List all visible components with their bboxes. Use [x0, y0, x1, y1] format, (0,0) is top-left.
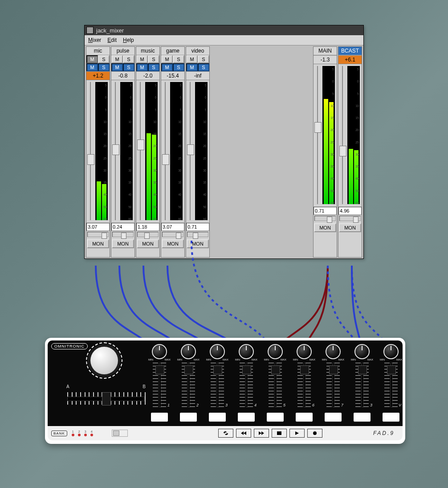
mute-button[interactable]: M [136, 55, 148, 63]
crossfader[interactable]: A B [67, 390, 145, 409]
solo-button[interactable]: S [198, 63, 209, 71]
channel-fader[interactable] [112, 82, 118, 220]
monitor-button[interactable]: MON [137, 239, 159, 248]
channel-fader[interactable] [314, 66, 321, 204]
strip-button[interactable] [267, 413, 284, 422]
window-titlebar[interactable]: jack_mixer [85, 25, 363, 35]
menu-help[interactable]: Help [123, 37, 134, 43]
strip-button[interactable] [180, 413, 197, 422]
hardware-fader[interactable] [267, 363, 284, 407]
channel-name[interactable]: game [161, 47, 184, 55]
monitor-button[interactable]: MON [339, 223, 361, 232]
solo-button[interactable]: S [173, 63, 184, 71]
fader-readout[interactable]: 0.71 [186, 223, 209, 231]
fader-readout[interactable]: 3.07 [161, 223, 184, 231]
solo-button[interactable]: S [173, 55, 184, 63]
solo-button[interactable]: S [198, 55, 209, 63]
rotary-knob[interactable] [181, 344, 196, 359]
jog-wheel[interactable] [90, 347, 118, 374]
mute-button[interactable]: M [86, 55, 98, 63]
rotary-knob[interactable] [210, 344, 225, 359]
rotary-knob[interactable] [297, 344, 312, 359]
gain-readout[interactable]: -2.0 [136, 71, 159, 80]
strip-button[interactable] [383, 413, 399, 422]
solo-button[interactable]: S [123, 63, 134, 71]
gain-readout[interactable]: +1.2 [86, 71, 110, 80]
window-control-icon[interactable] [86, 27, 94, 34]
hardware-fader[interactable] [180, 363, 197, 407]
mute-button[interactable]: M [161, 63, 173, 71]
transport-loop-button[interactable] [218, 429, 233, 438]
hardware-fader[interactable] [209, 363, 226, 407]
mode-switch[interactable] [112, 430, 128, 437]
hardware-fader[interactable] [296, 363, 313, 407]
channel-fader[interactable] [87, 82, 94, 220]
fader-readout[interactable]: 3.07 [86, 223, 110, 231]
hardware-fader[interactable] [354, 363, 371, 407]
strip-button[interactable] [296, 413, 313, 422]
mute-button[interactable]: M [161, 55, 173, 63]
solo-button[interactable]: S [98, 55, 110, 63]
channel-fader[interactable] [339, 66, 346, 204]
rotary-knob[interactable] [239, 344, 254, 359]
rotary-knob[interactable] [383, 344, 399, 359]
monitor-button[interactable]: MON [87, 239, 109, 248]
strip-button[interactable] [238, 413, 255, 422]
mute-button[interactable]: M [186, 55, 198, 63]
transport-ffwd-button[interactable] [254, 429, 269, 438]
channel-fader[interactable] [187, 82, 193, 220]
channel-name[interactable]: MAIN [314, 47, 337, 55]
balance-slider[interactable] [187, 232, 208, 237]
channel-fader[interactable] [137, 82, 143, 220]
transport-rec-button[interactable] [307, 429, 322, 438]
hardware-fader[interactable] [325, 363, 342, 407]
hardware-fader[interactable] [151, 363, 168, 407]
channel-name[interactable]: music [136, 47, 159, 55]
mute-button[interactable]: M [111, 55, 123, 63]
channel-fader[interactable] [162, 82, 168, 220]
solo-button[interactable]: S [148, 63, 159, 71]
monitor-button[interactable]: MON [187, 239, 209, 248]
strip-button[interactable] [209, 413, 226, 422]
transport-stop-button[interactable] [272, 429, 287, 438]
monitor-button[interactable]: MON [162, 239, 184, 248]
strip-button[interactable] [325, 413, 342, 422]
menu-edit[interactable]: Edit [107, 37, 117, 43]
fader-readout[interactable]: 4.96 [338, 207, 362, 215]
transport-play-button[interactable] [289, 429, 305, 438]
rotary-knob[interactable] [326, 344, 341, 359]
gain-readout[interactable]: -15.4 [161, 71, 184, 80]
solo-button[interactable]: S [148, 55, 159, 63]
rotary-knob[interactable] [268, 344, 283, 359]
rotary-knob[interactable] [354, 344, 370, 359]
balance-slider[interactable] [339, 216, 361, 221]
menu-mixer[interactable]: Mixer [88, 37, 101, 43]
mute-button[interactable]: M [186, 63, 198, 71]
solo-button[interactable]: S [98, 63, 110, 71]
fader-readout[interactable]: 1.18 [136, 223, 159, 231]
monitor-button[interactable]: MON [112, 239, 134, 248]
crossfader-cap[interactable] [102, 392, 111, 406]
balance-slider[interactable] [137, 232, 159, 237]
mute-button[interactable]: M [86, 63, 98, 71]
balance-slider[interactable] [87, 232, 109, 237]
hardware-fader[interactable] [383, 363, 399, 407]
solo-button[interactable]: S [123, 55, 134, 63]
channel-name[interactable]: video [186, 47, 209, 55]
balance-slider[interactable] [112, 232, 134, 237]
strip-button[interactable] [151, 413, 168, 422]
transport-rew-button[interactable] [236, 429, 251, 438]
channel-name[interactable]: mic [86, 47, 110, 55]
gain-readout[interactable]: -0.8 [111, 71, 134, 80]
channel-name[interactable]: pulse [111, 47, 134, 55]
rotary-knob[interactable] [152, 344, 167, 359]
mute-button[interactable]: M [111, 63, 123, 71]
fader-readout[interactable]: 0.24 [111, 223, 134, 231]
gain-readout[interactable]: +6.1 [338, 55, 362, 64]
gain-readout[interactable]: -inf [186, 71, 209, 80]
channel-name[interactable]: BCAST [338, 47, 362, 55]
strip-button[interactable] [354, 413, 371, 422]
monitor-button[interactable]: MON [314, 223, 336, 232]
balance-slider[interactable] [314, 216, 336, 221]
gain-readout[interactable]: -1.3 [314, 55, 337, 64]
